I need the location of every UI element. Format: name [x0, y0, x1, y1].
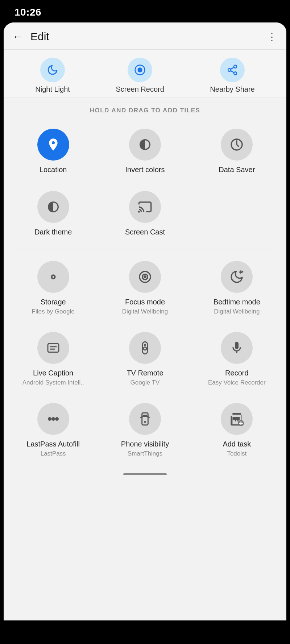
- dark-theme-label: Dark theme: [34, 227, 72, 237]
- tv-remote-icon: [129, 332, 161, 364]
- svg-point-12: [52, 276, 54, 278]
- screen-cast-label: Screen Cast: [125, 227, 165, 237]
- section-label: HOLD AND DRAG TO ADD TILES: [4, 97, 286, 121]
- phone-visibility-icon: [129, 403, 161, 435]
- focus-mode-sub: Digital Wellbeing: [122, 308, 168, 315]
- focus-mode-icon: [129, 261, 161, 293]
- night-light-icon: [40, 58, 65, 82]
- add-task-label: Add task: [223, 439, 251, 449]
- data-saver-label: Data Saver: [219, 165, 255, 174]
- svg-line-6: [231, 67, 234, 69]
- section-divider: [12, 249, 278, 249]
- screen-cast-icon: [129, 191, 161, 223]
- tile-lastpass[interactable]: LastPass Autofill LastPass: [7, 395, 99, 466]
- tile-focus-mode[interactable]: Focus mode Digital Wellbeing: [99, 253, 191, 324]
- storage-sub: Files by Google: [32, 308, 75, 315]
- phone-visibility-sub: SmartThings: [128, 450, 162, 457]
- back-button[interactable]: ←: [12, 30, 23, 43]
- back-icon: ←: [12, 30, 23, 42]
- tile-nearby-share[interactable]: Nearby Share: [210, 58, 254, 94]
- live-caption-icon: [37, 332, 69, 364]
- bedtime-mode-icon: [221, 261, 253, 293]
- tile-location[interactable]: Location: [7, 121, 99, 183]
- tile-storage[interactable]: Storage Files by Google: [7, 253, 99, 324]
- tile-screen-record[interactable]: Screen Record: [116, 58, 164, 94]
- svg-point-1: [138, 68, 142, 72]
- storage-label: Storage: [41, 297, 66, 307]
- main-tiles-grid: Location Invert colors: [4, 121, 286, 245]
- invert-colors-icon: [129, 129, 161, 161]
- bedtime-mode-sub: Digital Wellbeing: [214, 308, 260, 315]
- tile-live-caption[interactable]: Live Caption Android System Intell..: [7, 324, 99, 395]
- tile-add-task[interactable]: Add task Todoist: [191, 395, 283, 466]
- secondary-tiles-grid: Storage Files by Google Focus mode Digit…: [4, 253, 286, 466]
- main-card: ← Edit ⋮ Night Light: [4, 22, 286, 620]
- tv-remote-sub: Google TV: [130, 379, 160, 386]
- location-icon: [37, 129, 69, 161]
- svg-point-15: [144, 276, 146, 278]
- tile-bedtime-mode[interactable]: Bedtime mode Digital Wellbeing: [191, 253, 283, 324]
- more-options-button[interactable]: ⋮: [267, 31, 278, 43]
- live-caption-label: Live Caption: [33, 368, 73, 378]
- add-task-sub: Todoist: [227, 450, 246, 457]
- tile-tv-remote[interactable]: TV Remote Google TV: [99, 324, 191, 395]
- phone-visibility-label: Phone visibility: [121, 439, 169, 449]
- tile-dark-theme[interactable]: Dark theme: [7, 183, 99, 245]
- home-indicator: [123, 473, 167, 475]
- svg-line-5: [231, 71, 234, 72]
- bedtime-mode-label: Bedtime mode: [214, 297, 260, 307]
- svg-point-23: [52, 418, 54, 420]
- time: 10:26: [14, 7, 41, 18]
- page-title: Edit: [30, 30, 267, 43]
- svg-rect-16: [48, 344, 59, 352]
- data-saver-icon: [221, 129, 253, 161]
- night-light-label: Night Light: [35, 85, 70, 94]
- header: ← Edit ⋮: [4, 22, 286, 50]
- tile-night-light[interactable]: Night Light: [35, 58, 70, 94]
- svg-point-22: [48, 418, 51, 420]
- lastpass-label: LastPass Autofill: [26, 439, 80, 449]
- focus-mode-label: Focus mode: [125, 297, 165, 307]
- lastpass-sub: LastPass: [41, 450, 66, 457]
- svg-rect-25: [142, 413, 148, 425]
- nearby-share-label: Nearby Share: [210, 85, 254, 94]
- storage-icon: [37, 261, 69, 293]
- top-tiles-row: Night Light Screen Record: [4, 50, 286, 97]
- phone-frame: 10:26 ← Edit ⋮ Night Light: [0, 0, 290, 644]
- screen-record-icon: [128, 58, 152, 82]
- record-sub: Easy Voice Recorder: [208, 379, 266, 386]
- lastpass-icon: [37, 403, 69, 435]
- record-label: Record: [225, 368, 248, 378]
- svg-point-24: [55, 418, 58, 420]
- invert-colors-label: Invert colors: [125, 165, 165, 174]
- screen-record-label: Screen Record: [116, 85, 164, 94]
- record-icon: [221, 332, 253, 364]
- tile-invert-colors[interactable]: Invert colors: [99, 121, 191, 183]
- status-bar: 10:26: [0, 0, 290, 22]
- tile-phone-visibility[interactable]: Phone visibility SmartThings: [99, 395, 191, 466]
- svg-point-21: [144, 347, 146, 350]
- live-caption-sub: Android System Intell..: [22, 379, 84, 386]
- nearby-share-icon: [220, 58, 245, 82]
- tile-data-saver[interactable]: Data Saver: [191, 121, 283, 183]
- tile-record[interactable]: Record Easy Voice Recorder: [191, 324, 283, 395]
- add-task-icon: [221, 403, 253, 435]
- tv-remote-label: TV Remote: [127, 368, 163, 378]
- dark-theme-icon: [37, 191, 69, 223]
- location-label: Location: [40, 165, 67, 174]
- more-icon: ⋮: [267, 31, 278, 42]
- tile-screen-cast[interactable]: Screen Cast: [99, 183, 191, 245]
